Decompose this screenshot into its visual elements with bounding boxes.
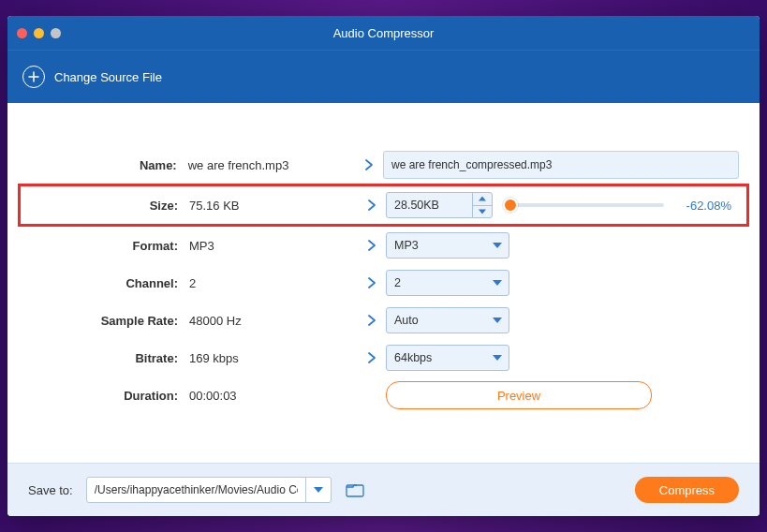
label-bitrate: Bitrate: [28, 351, 189, 365]
chevron-down-icon [486, 318, 509, 323]
source-sample-rate: 48000 Hz [189, 314, 358, 328]
label-channel: Channel: [28, 276, 189, 290]
compress-button[interactable]: Compress [635, 477, 739, 503]
stepper-down-button[interactable] [473, 206, 492, 218]
maximize-window-button[interactable] [51, 28, 61, 38]
titlebar: Audio Compressor [7, 16, 760, 51]
row-channel: Channel: 2 2 [28, 264, 739, 302]
app-window: Audio Compressor Change Source File Name… [7, 16, 760, 516]
row-name: Name: we are french.mp3 [28, 146, 739, 184]
label-sample-rate: Sample Rate: [28, 314, 189, 328]
source-channel: 2 [189, 276, 358, 290]
size-row-highlight: Size: 75.16 KB 28.50KB [18, 184, 749, 227]
plus-circle-icon [22, 66, 45, 88]
label-duration: Duration: [28, 389, 189, 403]
window-title: Audio Compressor [333, 26, 435, 40]
close-window-button[interactable] [17, 28, 27, 38]
size-slider[interactable] [506, 203, 664, 207]
row-bitrate: Bitrate: 169 kbps 64kbps [28, 339, 739, 377]
toolbar: Change Source File [7, 51, 760, 103]
chevron-down-icon [486, 280, 509, 286]
row-duration: Duration: 00:00:03 Preview [28, 377, 739, 414]
size-delta: -62.08% [673, 199, 731, 213]
label-name: Name: [28, 158, 188, 172]
slider-thumb[interactable] [503, 198, 518, 213]
target-format-value: MP3 [387, 239, 486, 252]
chevron-right-icon [358, 239, 386, 252]
chevron-right-icon [358, 314, 386, 327]
change-source-button[interactable]: Change Source File [22, 66, 162, 88]
chevron-right-icon [355, 158, 383, 171]
chevron-right-icon [358, 276, 386, 289]
label-format: Format: [28, 239, 189, 253]
stepper-arrows [472, 193, 492, 217]
minimize-window-button[interactable] [34, 28, 44, 38]
source-name: we are french.mp3 [188, 158, 356, 172]
target-size-stepper[interactable]: 28.50KB [386, 192, 493, 218]
target-channel-select[interactable]: 2 [386, 270, 509, 296]
bottom-bar: Save to: Compress [7, 463, 760, 516]
target-bitrate-select[interactable]: 64kbps [386, 345, 509, 371]
open-folder-button[interactable] [345, 481, 365, 498]
chevron-right-icon [358, 351, 386, 364]
main-panel: Name: we are french.mp3 Size: 75.16 KB 2… [7, 103, 760, 463]
chevron-right-icon [358, 199, 386, 212]
save-to-label: Save to: [28, 483, 73, 497]
stepper-up-button[interactable] [473, 193, 492, 206]
target-channel-value: 2 [387, 276, 486, 289]
save-path-combo [86, 477, 332, 503]
target-sample-rate-select[interactable]: Auto [386, 307, 509, 333]
save-path-dropdown-button[interactable] [305, 478, 331, 502]
target-format-select[interactable]: MP3 [386, 232, 509, 259]
target-bitrate-value: 64kbps [387, 351, 486, 364]
row-sample-rate: Sample Rate: 48000 Hz Auto [28, 302, 739, 339]
row-format: Format: MP3 MP3 [28, 227, 739, 264]
source-size: 75.16 KB [189, 199, 358, 213]
source-bitrate: 169 kbps [189, 351, 358, 365]
chevron-down-icon [486, 355, 509, 361]
compress-button-label: Compress [659, 483, 715, 497]
label-size: Size: [28, 199, 189, 213]
preview-button-label: Preview [497, 389, 540, 403]
source-format: MP3 [189, 239, 358, 253]
target-sample-rate-value: Auto [387, 314, 486, 327]
traffic-lights [17, 28, 61, 38]
chevron-down-icon [486, 243, 509, 248]
save-path-field[interactable] [87, 478, 305, 502]
target-name-field[interactable] [383, 151, 739, 179]
row-size: Size: 75.16 KB 28.50KB [28, 186, 739, 224]
change-source-label: Change Source File [54, 70, 162, 84]
preview-button[interactable]: Preview [386, 381, 652, 409]
target-size-value: 28.50KB [387, 199, 472, 212]
source-duration: 00:00:03 [189, 389, 358, 403]
